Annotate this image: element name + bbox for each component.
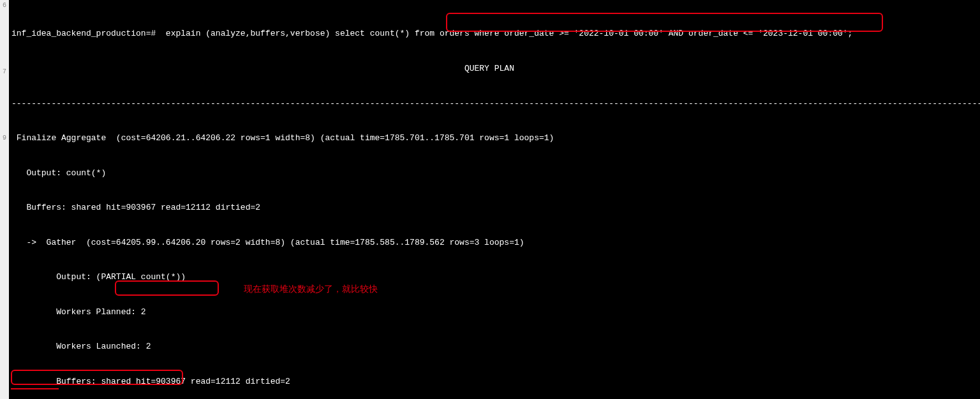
separator-line: ----------------------------------------… (11, 98, 977, 110)
sql-prompt-line: inf_idea_backend_production=# explain (a… (11, 28, 977, 40)
plan-line: Finalize Aggregate (cost=64206.21..64206… (11, 133, 977, 144)
line-number-gutter: 6 7 9 (0, 0, 9, 399)
plan-line: Buffers: shared hit=903967 read=12112 di… (11, 202, 977, 214)
plan-line: -> Gather (cost=64205.99..64206.20 rows=… (11, 237, 977, 249)
gutter-num: 9 (0, 133, 9, 209)
plan-line: Output: count(*) (11, 168, 977, 179)
gutter-num: 6 (0, 0, 9, 66)
query-plan-header: QUERY PLAN (11, 63, 977, 75)
terminal-output[interactable]: inf_idea_backend_production=# explain (a… (9, 0, 980, 399)
plan-line: Output: (PARTIAL count(*)) (11, 272, 977, 283)
plan-line: Workers Planned: 2 (11, 307, 977, 318)
gutter-num: 7 (0, 66, 9, 133)
plan-line: Buffers: shared hit=903967 read=12112 di… (11, 376, 977, 388)
plan-line: Workers Launched: 2 (11, 341, 977, 352)
